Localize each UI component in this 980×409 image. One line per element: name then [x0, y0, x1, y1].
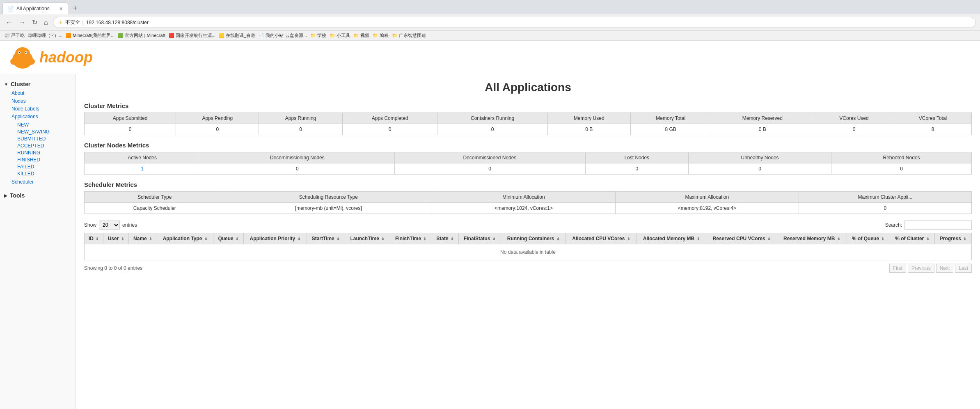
sidebar-item-finished[interactable]: FINISHED	[17, 156, 71, 163]
col-starttime[interactable]: StartTime ⇕	[307, 233, 345, 244]
search-input[interactable]	[904, 221, 972, 230]
bookmark-item[interactable]: 📁 广东智慧团建	[392, 32, 426, 39]
sidebar-item-submitted[interactable]: SUBMITTED	[17, 135, 71, 142]
sidebar-item-new[interactable]: NEW	[17, 121, 71, 128]
sidebar-item-applications[interactable]: Applications	[11, 113, 71, 120]
last-button[interactable]: Last	[955, 264, 972, 273]
sidebar-item-running[interactable]: RUNNING	[17, 149, 71, 156]
pagination-buttons: First Previous Next Last	[889, 264, 972, 273]
failed-link[interactable]: FAILED	[17, 164, 34, 170]
sidebar-item-accepted[interactable]: ACCEPTED	[17, 142, 71, 149]
refresh-button[interactable]: ↻	[30, 17, 39, 28]
col-launchtime[interactable]: LaunchTime ⇕	[345, 233, 390, 244]
next-button[interactable]: Next	[936, 264, 954, 273]
bookmark-item[interactable]: 📁 编程	[373, 32, 389, 39]
col-allocated-cpu[interactable]: Allocated CPU VCores ⇕	[566, 233, 637, 244]
bookmark-item[interactable]: 📰 严干吃	[4, 32, 25, 39]
finished-link[interactable]: FINISHED	[17, 157, 40, 163]
new-saving-link[interactable]: NEW_SAVING	[17, 129, 50, 135]
bookmark-item[interactable]: 🟧 Minecraft(我的世界...	[66, 32, 114, 39]
bookmark-item[interactable]: 🟩 官方网站 | Minecraft	[118, 32, 165, 39]
search-label: Search:	[885, 222, 902, 228]
col-pct-cluster[interactable]: % of Cluster ⇕	[890, 233, 934, 244]
page-title: All Applications	[84, 81, 972, 94]
tab-title: All Applications	[16, 6, 57, 11]
node-labels-link[interactable]: Node Labels	[11, 106, 39, 112]
new-link[interactable]: NEW	[17, 122, 29, 128]
sort-icon: ⇕	[556, 237, 560, 241]
col-decommissioning-nodes: Decommissioning Nodes	[200, 152, 394, 163]
sidebar-item-new-saving[interactable]: NEW_SAVING	[17, 128, 71, 135]
col-memory-reserved: Memory Reserved	[711, 113, 814, 124]
sidebar-item-killed[interactable]: KILLED	[17, 170, 71, 177]
nodes-link[interactable]: Nodes	[11, 98, 26, 104]
col-reserved-cpu[interactable]: Reserved CPU VCores ⇕	[706, 233, 777, 244]
col-queue[interactable]: Queue ⇕	[213, 233, 244, 244]
col-allocated-memory[interactable]: Allocated Memory MB ⇕	[637, 233, 706, 244]
bookmark-item[interactable]: 哔哩哔哩（ˊ·ˋ）...	[28, 32, 62, 39]
val-unhealthy-nodes: 0	[689, 163, 831, 175]
submitted-link[interactable]: SUBMITTED	[17, 136, 46, 142]
val-vcores-total: 8	[894, 124, 971, 135]
bookmark-item[interactable]: 📄 我的小站-云盘资源...	[259, 32, 307, 39]
col-apps-pending: Apps Pending	[176, 113, 259, 124]
col-progress[interactable]: Progress ⇕	[935, 233, 972, 244]
bookmark-item[interactable]: 📁 视频	[353, 32, 369, 39]
sidebar: ▼ Cluster About Nodes Node Labels Applic…	[0, 74, 76, 409]
col-lost-nodes: Lost Nodes	[585, 152, 689, 163]
first-button[interactable]: First	[889, 264, 906, 273]
back-button[interactable]: ←	[4, 17, 14, 28]
applications-link[interactable]: Applications	[11, 114, 38, 119]
about-link[interactable]: About	[11, 90, 24, 96]
sort-icon: ⇕	[837, 237, 840, 241]
previous-button[interactable]: Previous	[908, 264, 934, 273]
bookmark-item[interactable]: 🟨 在线翻译_有道	[219, 32, 255, 39]
sidebar-nav-list: About Nodes Node Labels Applications NEW…	[4, 87, 71, 187]
entries-per-page-select[interactable]: 10 20 25 50 100	[99, 221, 120, 230]
col-id[interactable]: ID ⇕	[85, 233, 103, 244]
bookmark-item[interactable]: 📁 小工具	[330, 32, 350, 39]
killed-link[interactable]: KILLED	[17, 171, 34, 177]
sidebar-item-about[interactable]: About	[11, 89, 71, 97]
accepted-link[interactable]: ACCEPTED	[17, 143, 44, 149]
main-content: All Applications Cluster Metrics Apps Su…	[76, 74, 980, 409]
forward-button[interactable]: →	[17, 17, 27, 28]
col-running-containers[interactable]: Running Containers ⇕	[501, 233, 566, 244]
sidebar-item-scheduler[interactable]: Scheduler	[11, 178, 71, 186]
col-user[interactable]: User ⇕	[103, 233, 129, 244]
bookmark-item[interactable]: 🟥 国家开发银行生源...	[169, 32, 215, 39]
tab-close-button[interactable]: ×	[60, 5, 63, 12]
home-button[interactable]: ⌂	[42, 17, 50, 28]
sidebar-item-nodes[interactable]: Nodes	[11, 97, 71, 105]
col-finishtime[interactable]: FinishTime ⇕	[390, 233, 432, 244]
col-memory-used: Memory Used	[547, 113, 630, 124]
scheduler-metrics-title: Scheduler Metrics	[84, 181, 972, 188]
address-bar[interactable]: ⚠ 不安全 | 192.168.48.128:8088/cluster	[53, 17, 976, 28]
col-application-priority[interactable]: Application Priority ⇕	[244, 233, 307, 244]
col-scheduler-type: Scheduler Type	[85, 192, 225, 203]
hadoop-elephant-icon	[8, 45, 37, 70]
col-state[interactable]: State ⇕	[432, 233, 458, 244]
running-link[interactable]: RUNNING	[17, 150, 40, 156]
col-pct-queue[interactable]: % of Queue ⇕	[847, 233, 890, 244]
cluster-nodes-table: Active Nodes Decommissioning Nodes Decom…	[84, 152, 972, 175]
sidebar-item-nodelabels[interactable]: Node Labels	[11, 105, 71, 113]
val-memory-total: 8 GB	[630, 124, 711, 135]
col-application-type[interactable]: Application Type ⇕	[157, 233, 213, 244]
scheduler-link[interactable]: Scheduler	[11, 179, 34, 185]
new-tab-button[interactable]: +	[70, 2, 81, 14]
col-name[interactable]: Name ⇕	[129, 233, 157, 244]
col-reserved-memory[interactable]: Reserved Memory MB ⇕	[777, 233, 847, 244]
val-max-cluster-appli: 0	[799, 203, 971, 214]
bookmarks-bar: 📰 严干吃 哔哩哔哩（ˊ·ˋ）... 🟧 Minecraft(我的世界... 🟩…	[0, 31, 980, 41]
sidebar-tools-toggle[interactable]: ▶ Tools	[0, 190, 76, 201]
search-box: Search:	[885, 221, 972, 230]
bookmark-item[interactable]: 📁 学校	[310, 32, 326, 39]
col-finalstatus[interactable]: FinalStatus ⇕	[458, 233, 501, 244]
header-area: hadoop	[0, 41, 980, 74]
hadoop-wordmark: hadoop	[39, 49, 93, 66]
sidebar-cluster-toggle[interactable]: ▼ Cluster	[4, 81, 71, 87]
svg-point-7	[25, 52, 27, 53]
active-nodes-link[interactable]: 1	[141, 166, 144, 172]
sidebar-item-failed[interactable]: FAILED	[17, 163, 71, 170]
